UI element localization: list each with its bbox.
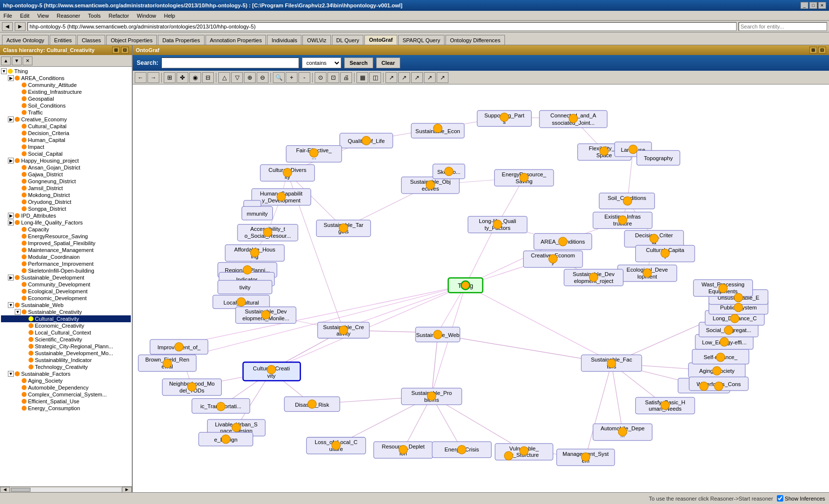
class-tree[interactable]: ▼ Thing ▶ AREA_Conditions Community_Atti… [0, 67, 132, 486]
tree-item-economic-creativity[interactable]: Economic_Creativity [1, 322, 131, 329]
tree-item-sus-creativity[interactable]: ▼ Sustainable_Creativity [1, 308, 131, 315]
tool-export2[interactable]: ↗ [398, 72, 410, 83]
tree-item-impact[interactable]: Impact [1, 143, 131, 150]
tree-item-local-cultural[interactable]: Local_Cultural_Context [1, 329, 131, 336]
menu-refactor[interactable]: Refactor [107, 12, 131, 19]
tree-item-sus-dev[interactable]: ▶ Sustainable_Development [1, 274, 131, 281]
tree-item-auto-dependency[interactable]: Automobile_Dependency [1, 384, 131, 391]
panel-header-buttons[interactable]: ⊞ ⊟ [112, 47, 129, 54]
tree-item-gongneung[interactable]: Gongneung_District [1, 178, 131, 185]
maximize-button[interactable]: □ [809, 2, 817, 9]
tree-item-energy-consumption[interactable]: Energy_Consumption [1, 405, 131, 412]
minimize-button[interactable]: _ [800, 2, 808, 9]
tab-data-properties[interactable]: Data Properties [158, 35, 204, 45]
tool-collapse[interactable]: ⊖ [257, 72, 268, 83]
tab-entities[interactable]: Entities [50, 35, 76, 45]
tool-grid[interactable]: ▦ [356, 72, 368, 83]
tree-item-improved-spatial[interactable]: Improved_Spatial_Flexibility [1, 240, 131, 247]
expand-sus-creativity[interactable]: ▼ [15, 309, 21, 315]
tree-item-cultural-capital[interactable]: Cultural_Capital [1, 123, 131, 130]
horizontal-scrollbar[interactable]: ◀ ▶ [0, 486, 132, 492]
tree-item-technology-creativity[interactable]: Technology_Creativity [1, 364, 131, 370]
address-input[interactable] [28, 22, 737, 31]
tree-item-area-conditions[interactable]: ▶ AREA_Conditions [1, 75, 131, 82]
tab-object-properties[interactable]: Object Properties [106, 35, 157, 45]
expand-sus-dev[interactable]: ▶ [8, 275, 14, 280]
expand-sus-web[interactable]: ▼ [8, 302, 14, 308]
tool-up[interactable]: △ [218, 72, 230, 83]
tab-individuals[interactable]: Individuals [267, 35, 301, 45]
tab-owlviz[interactable]: OWLViz [302, 35, 330, 45]
search-button[interactable]: Search [344, 57, 373, 68]
expand-thing[interactable]: ▼ [1, 68, 7, 74]
search-filter-dropdown[interactable]: contains starts with ends with [302, 57, 341, 68]
tree-item-jamsil[interactable]: Jamsil_District [1, 185, 131, 192]
tool-export5[interactable]: ↗ [437, 72, 448, 83]
menu-window[interactable]: Window [135, 12, 157, 19]
tree-item-human-capital[interactable]: Human_Capital [1, 137, 131, 143]
tree-item-energy-saving[interactable]: EnergyResource_Saving [1, 233, 131, 240]
menu-view[interactable]: View [36, 12, 51, 19]
show-inferences-checkbox[interactable] [777, 495, 783, 502]
expand-sus-factors[interactable]: ▼ [8, 371, 14, 377]
tool-expand[interactable]: ⊕ [244, 72, 256, 83]
tree-item-ansan[interactable]: Ansan_Gojan_District [1, 164, 131, 171]
back-button[interactable]: ◀ [2, 22, 13, 31]
expand-creative-economy[interactable]: ▶ [8, 116, 14, 122]
tool-tree[interactable]: ✤ [177, 72, 188, 83]
tool-back[interactable]: ← [135, 72, 147, 83]
tree-item-decision-criteria[interactable]: Decision_Criteria [1, 130, 131, 137]
expand-area[interactable]: ▶ [8, 75, 14, 81]
search-input[interactable] [161, 57, 299, 68]
menu-edit[interactable]: Edit [19, 12, 31, 19]
tree-item-ecological[interactable]: Ecological_Development [1, 288, 131, 295]
tree-item-modular[interactable]: Modular_Coordinaion [1, 253, 131, 260]
tree-item-mokdong[interactable]: Mokdong_District [1, 192, 131, 198]
tree-item-economic-dev[interactable]: Economic_Development [1, 295, 131, 302]
tab-dl-query[interactable]: DL Query [332, 35, 364, 45]
tool-zoom-fit[interactable]: 🔍 [273, 72, 285, 83]
tree-item-performance[interactable]: Performance_Improvement [1, 260, 131, 267]
menu-reasoner[interactable]: Reasoner [55, 12, 82, 19]
tree-item-oryudong[interactable]: Oryudong_District [1, 198, 131, 205]
tree-item-complex-commercial[interactable]: Complex_Commercial_System... [1, 391, 131, 398]
tree-item-longlife[interactable]: ▶ Long-life_Quality_Factors [1, 219, 131, 226]
tree-item-efficient-spatial[interactable]: Efficient_Spatial_Use [1, 398, 131, 405]
tree-item-social-capital[interactable]: Social_Capital [1, 150, 131, 157]
tool-export3[interactable]: ↗ [411, 72, 423, 83]
menu-help[interactable]: Help [162, 12, 177, 19]
scroll-down-button[interactable]: ▼ [12, 56, 22, 65]
ontograf-btn-2[interactable]: ⊟ [818, 47, 826, 54]
tree-item-existing-infra[interactable]: Existing_Infrastructure [1, 88, 131, 95]
menu-tools[interactable]: Tools [87, 12, 102, 19]
tool-graph[interactable]: ⊟ [202, 72, 214, 83]
tree-item-capacity[interactable]: Capacity [1, 226, 131, 233]
tab-sparql[interactable]: SPARQL Query [398, 35, 444, 45]
clear-selection-button[interactable]: ✕ [23, 56, 32, 65]
forward-button[interactable]: ▶ [15, 22, 26, 31]
tree-item-scientific[interactable]: Scientific_Creativity [1, 336, 131, 343]
expand-longlife[interactable]: ▶ [8, 220, 14, 225]
tool-down[interactable]: ▽ [231, 72, 243, 83]
tree-item-happy-housing[interactable]: ▶ Happy_Housing_project [1, 157, 131, 164]
tree-item-songpa[interactable]: Songpa_District [1, 205, 131, 212]
tool-export1[interactable]: ↗ [385, 72, 397, 83]
clear-button[interactable]: Clear [376, 57, 401, 68]
tab-ontology-differences[interactable]: Ontology Differences [445, 35, 505, 45]
show-inferences-container[interactable]: Show Inferences [777, 495, 825, 502]
scroll-up-button[interactable]: ▲ [1, 56, 11, 65]
ontograf-btn-1[interactable]: ⊞ [809, 47, 817, 54]
tree-item-community-dev[interactable]: Community_Development [1, 281, 131, 288]
scroll-right-btn[interactable]: ▶ [122, 487, 132, 493]
tool-window[interactable]: ◫ [369, 72, 381, 83]
tool-layout[interactable]: ⊞ [164, 72, 176, 83]
tree-item-gajwa[interactable]: Gajwa_District [1, 171, 131, 178]
tree-item-maintenance[interactable]: Maintenance_Management [1, 247, 131, 253]
tool-center[interactable]: ⊙ [315, 72, 326, 83]
tree-item-strategic-city[interactable]: Strategic_City-Regional_Plann... [1, 343, 131, 350]
tab-annotation-properties[interactable]: Annotation Properties [206, 35, 266, 45]
tree-item-sustainability-indicator[interactable]: Sustainablility_Indicator [1, 357, 131, 364]
menu-file[interactable]: File [2, 12, 14, 19]
expand-ipd[interactable]: ▶ [8, 213, 14, 219]
tool-export4[interactable]: ↗ [424, 72, 436, 83]
